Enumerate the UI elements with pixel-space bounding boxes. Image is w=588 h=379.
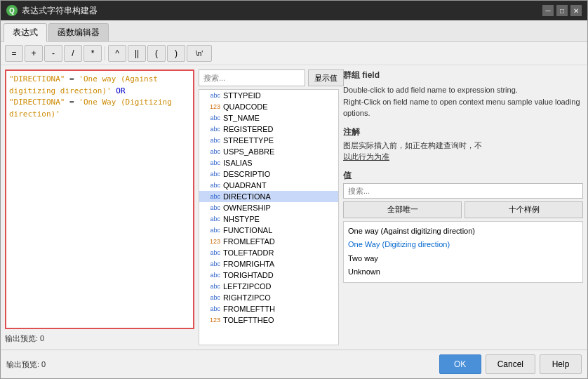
value-item-3[interactable]: Two way <box>347 252 580 266</box>
value-item-2[interactable]: One Way (Digitizing direction) <box>347 238 580 252</box>
field-item-torightadd[interactable]: abc TORIGHTADD <box>199 270 338 281</box>
tab-function-editor[interactable]: 函数编辑器 <box>48 23 109 41</box>
toolbar: = + - / * ^ || ( ) \n' <box>1 42 587 65</box>
lparen-button[interactable]: ( <box>147 45 166 62</box>
expr-line-1: "DIRECTIONA" = 'One way (Against <box>9 74 190 86</box>
caret-button[interactable]: ^ <box>108 45 126 62</box>
cancel-button[interactable]: Cancel <box>486 354 535 374</box>
value-item-4[interactable]: Unknown <box>347 265 580 279</box>
field-item-usps-abbre[interactable]: abc USPS_ABBRE <box>199 146 338 157</box>
field-item-quadcode[interactable]: 123 QUADCODE <box>199 101 338 112</box>
output-preview-label: 输出预览: 0 <box>6 359 435 370</box>
multiply-button[interactable]: * <box>83 45 102 62</box>
field-item-isalias[interactable]: abc ISALIAS <box>199 157 338 168</box>
note-section: 注解 图层实际插入前，如正在构建查询时，不 以此行为为准 <box>343 124 583 163</box>
divide-button[interactable]: / <box>64 45 82 62</box>
minus-button[interactable]: - <box>44 45 62 62</box>
plus-button[interactable]: + <box>25 45 43 62</box>
all-unique-button[interactable]: 全部唯一 <box>343 201 462 218</box>
newline-button[interactable]: \n' <box>187 45 212 62</box>
values-section: 值 全部唯一 十个样例 One way (Against digitizing … <box>343 167 583 283</box>
field-item-registered[interactable]: abc REGISTERED <box>199 124 338 135</box>
middle-panel: 显示值 abc STTYPEID 123 QUADCODE abc ST_NAM… <box>199 69 339 345</box>
values-list: One way (Against digitizing direction) O… <box>343 221 583 283</box>
window-controls: ─ □ ✕ <box>542 5 582 16</box>
field-item-functional[interactable]: abc FUNCTIONAL <box>199 225 338 236</box>
right-scroll-area: 群组 field Double-click to add field name … <box>343 69 583 345</box>
help-button[interactable]: Help <box>540 354 582 374</box>
app-icon: Q <box>6 5 18 16</box>
values-search-bar <box>343 183 583 199</box>
values-search-input[interactable] <box>343 183 583 199</box>
toolbar-sep-1 <box>105 46 105 60</box>
field-item-ownership[interactable]: abc OWNERSHIP <box>199 202 338 213</box>
pipe-button[interactable]: || <box>128 45 146 62</box>
main-content: "DIRECTIONA" = 'One way (Against digitiz… <box>1 65 587 350</box>
field-search-input[interactable] <box>199 69 305 86</box>
bottom-bar: 输出预览: 0 OK Cancel Help <box>1 350 587 378</box>
show-value-button[interactable]: 显示值 <box>308 69 344 86</box>
value-item-1[interactable]: One way (Against digitizing direction) <box>347 225 580 239</box>
field-item-rightzipco[interactable]: abc RIGHTZIPCO <box>199 292 338 303</box>
values-buttons-row: 全部唯一 十个样例 <box>343 201 583 218</box>
right-panel: 群组 field Double-click to add field name … <box>343 69 583 345</box>
search-bar: 显示值 <box>199 69 339 86</box>
close-button[interactable]: ✕ <box>570 5 582 16</box>
expression-editor[interactable]: "DIRECTIONA" = 'One way (Against digitiz… <box>5 69 194 329</box>
ten-samples-button[interactable]: 十个样例 <box>465 201 583 218</box>
output-preview: 输出预览: 0 <box>5 332 194 345</box>
field-item-fromrighta[interactable]: abc FROMRIGHTA <box>199 258 338 270</box>
expr-line-4: direction)' <box>9 109 190 121</box>
field-item-toleftaddr[interactable]: abc TOLEFTADDR <box>199 247 338 258</box>
title-bar: Q 表达式字符串构建器 ─ □ ✕ <box>1 1 587 20</box>
ok-button[interactable]: OK <box>439 354 481 374</box>
values-title: 值 <box>343 170 583 182</box>
field-item-streettype[interactable]: abc STREETTYPE <box>199 135 338 146</box>
group-description: Double-click to add field name to expres… <box>343 84 583 119</box>
expr-line-2: digitizing direction)' OR <box>9 86 190 98</box>
group-title: 群组 field <box>343 69 583 81</box>
group-section: 群组 field Double-click to add field name … <box>343 69 583 119</box>
field-item-fromleftth[interactable]: abc FROMLEFTTH <box>199 303 338 314</box>
field-item-tolefttheo[interactable]: 123 TOLEFTTHEO <box>199 314 338 326</box>
equals-button[interactable]: = <box>5 45 23 62</box>
field-item-directiona[interactable]: abc DIRECTIONA <box>199 191 338 202</box>
field-item-leftzipcod[interactable]: abc LEFTZIPCOD <box>199 281 338 292</box>
maximize-button[interactable]: □ <box>556 5 568 16</box>
tab-expression[interactable]: 表达式 <box>4 23 47 42</box>
expr-line-3: "DIRECTIONA" = 'One Way (Digitizing <box>9 97 190 109</box>
note-title: 注解 <box>343 126 583 138</box>
field-item-nhstype[interactable]: abc NHSTYPE <box>199 213 338 225</box>
main-window: Q 表达式字符串构建器 ─ □ ✕ 表达式 函数编辑器 = + - / * ^ … <box>0 0 588 379</box>
window-title: 表达式字符串构建器 <box>22 5 538 17</box>
field-list: abc STTYPEID 123 QUADCODE abc ST_NAME ab… <box>199 89 339 345</box>
note-text: 图层实际插入前，如正在构建查询时，不 以此行为为准 <box>343 140 583 163</box>
field-item-sttypeid[interactable]: abc STTYPEID <box>199 90 338 101</box>
rparen-button[interactable]: ) <box>167 45 185 62</box>
field-item-descriptio[interactable]: abc DESCRIPTIO <box>199 168 338 180</box>
left-panel: "DIRECTIONA" = 'One way (Against digitiz… <box>5 69 194 345</box>
field-item-fromleftad[interactable]: 123 FROMLEFTAD <box>199 236 338 247</box>
field-item-quadrant[interactable]: abc QUADRANT <box>199 180 338 191</box>
field-item-st-name[interactable]: abc ST_NAME <box>199 112 338 124</box>
tabs-bar: 表达式 函数编辑器 <box>1 20 587 42</box>
minimize-button[interactable]: ─ <box>542 5 554 16</box>
